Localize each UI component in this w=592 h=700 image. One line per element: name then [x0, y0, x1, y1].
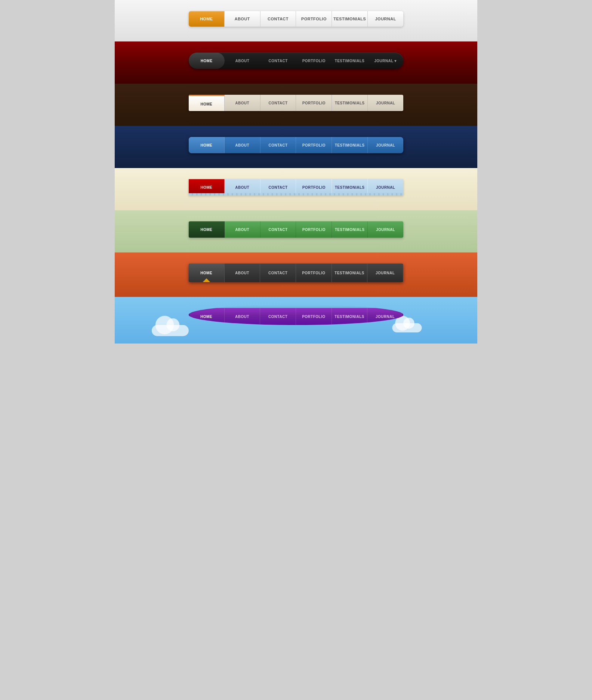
nav3-home[interactable]: HOME	[189, 95, 225, 111]
nav4-testimonials[interactable]: TESTIMONIALS	[332, 137, 368, 153]
nav7-about[interactable]: ABOUT	[225, 264, 260, 282]
nav1-home[interactable]: HOME	[189, 11, 225, 27]
nav4-portfolio[interactable]: PORTFOLIO	[296, 137, 332, 153]
nav-section-5: HOME ABOUT CONTACT PORTFOLIO TESTIMONIAL…	[115, 168, 477, 210]
nav3-contact[interactable]: CONTACT	[260, 95, 296, 111]
nav8-journal[interactable]: JOURNAL	[367, 308, 403, 325]
nav2-home[interactable]: HOME	[189, 53, 225, 69]
ribbon-left	[182, 311, 189, 322]
navbar-3: HOME ABOUT CONTACT PORTFOLIO TESTIMONIAL…	[189, 95, 403, 111]
nav6-journal[interactable]: JOURNAL	[368, 221, 403, 238]
nav5-portfolio[interactable]: PORTFOLIO	[296, 179, 332, 195]
navbar-1: HOME ABOUT CONTACT PORTFOLIO TESTIMONIAL…	[189, 11, 403, 27]
nav1-testimonials[interactable]: TESTIMONIALS	[332, 11, 368, 27]
nav2-testimonials[interactable]: TESTIMONIALS	[332, 53, 368, 69]
nav-section-4: HOME ABOUT CONTACT PORTFOLIO TESTIMONIAL…	[115, 126, 477, 168]
nav3-testimonials[interactable]: TESTIMONIALS	[332, 95, 368, 111]
nav5-home[interactable]: HOME	[189, 179, 225, 195]
nav7-journal[interactable]: JOURNAL	[367, 264, 403, 282]
nav1-contact[interactable]: CONTACT	[260, 11, 296, 27]
nav7-active-indicator	[189, 278, 225, 282]
nav-section-1: HOME ABOUT CONTACT PORTFOLIO TESTIMONIAL…	[115, 0, 477, 41]
nav-section-6: HOME ABOUT CONTACT PORTFOLIO TESTIMONIAL…	[115, 210, 477, 252]
nav3-portfolio[interactable]: PORTFOLIO	[296, 95, 332, 111]
nav8-home[interactable]: HOME	[189, 308, 225, 325]
cloud-1	[152, 325, 189, 336]
nav4-about[interactable]: ABOUT	[225, 137, 260, 153]
navbar-5: HOME ABOUT CONTACT PORTFOLIO TESTIMONIAL…	[189, 179, 403, 195]
nav7-testimonials[interactable]: TESTIMONIALS	[332, 264, 368, 282]
nav4-journal[interactable]: JOURNAL	[368, 137, 403, 153]
nav2-journal[interactable]: JOURNAL ▾	[367, 53, 403, 69]
nav7-contact[interactable]: CONTACT	[260, 264, 296, 282]
nav6-about[interactable]: ABOUT	[225, 221, 260, 238]
nav-section-8: HOME ABOUT CONTACT PORTFOLIO TESTIMONIAL…	[115, 297, 477, 344]
nav6-home[interactable]: HOME	[189, 221, 225, 238]
nav8-testimonials[interactable]: TESTIMONIALS	[332, 308, 368, 325]
nav6-portfolio[interactable]: PORTFOLIO	[296, 221, 332, 238]
nav1-journal[interactable]: JOURNAL	[368, 11, 403, 27]
navbar-6: HOME ABOUT CONTACT PORTFOLIO TESTIMONIAL…	[189, 221, 403, 238]
navbar-2: HOME ABOUT CONTACT PORTFOLIO TESTIMONIAL…	[189, 53, 403, 69]
nav1-portfolio[interactable]: PORTFOLIO	[296, 11, 332, 27]
nav1-about[interactable]: ABOUT	[225, 11, 260, 27]
nav8-contact[interactable]: CONTACT	[260, 308, 296, 325]
nav3-journal[interactable]: JOURNAL	[368, 95, 403, 111]
nav4-contact[interactable]: CONTACT	[260, 137, 296, 153]
nav-section-3: HOME ABOUT CONTACT PORTFOLIO TESTIMONIAL…	[115, 84, 477, 126]
nav5-journal[interactable]: JOURNAL	[368, 179, 403, 195]
navbar-7: HOME ABOUT CONTACT PORTFOLIO TESTIMONIAL…	[189, 264, 403, 282]
nav8-wrapper: HOME ABOUT CONTACT PORTFOLIO TESTIMONIAL…	[189, 308, 403, 325]
nav6-contact[interactable]: CONTACT	[260, 221, 296, 238]
nav4-home[interactable]: HOME	[189, 137, 225, 153]
nav2-contact[interactable]: CONTACT	[260, 53, 296, 69]
navbar-4: HOME ABOUT CONTACT PORTFOLIO TESTIMONIAL…	[189, 137, 403, 153]
nav3-about[interactable]: ABOUT	[225, 95, 260, 111]
nav8-portfolio[interactable]: PORTFOLIO	[296, 308, 332, 325]
nav2-about[interactable]: ABOUT	[225, 53, 260, 69]
nav5-testimonials[interactable]: TESTIMONIALS	[332, 179, 368, 195]
nav-section-7: HOME ABOUT CONTACT PORTFOLIO TESTIMONIAL…	[115, 252, 477, 297]
nav8-about[interactable]: ABOUT	[225, 308, 260, 325]
nav6-testimonials[interactable]: TESTIMONIALS	[332, 221, 368, 238]
nav7-portfolio[interactable]: PORTFOLIO	[296, 264, 332, 282]
nav-section-2: HOME ABOUT CONTACT PORTFOLIO TESTIMONIAL…	[115, 41, 477, 84]
navbar-8: HOME ABOUT CONTACT PORTFOLIO TESTIMONIAL…	[189, 308, 403, 325]
nav2-portfolio[interactable]: PORTFOLIO	[296, 53, 332, 69]
nav5-contact[interactable]: CONTACT	[260, 179, 296, 195]
nav5-about[interactable]: ABOUT	[225, 179, 260, 195]
